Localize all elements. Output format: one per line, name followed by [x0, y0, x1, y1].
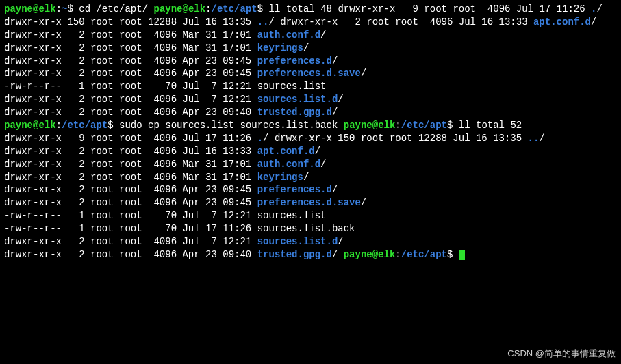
- file-entry: drwxr-xr-x 2 root root 4096 Apr 23 09:45…: [4, 197, 366, 208]
- file-entry: drwxr-xr-x 150 root root 12288 Jul 16 13…: [275, 133, 545, 144]
- prompt-path: ~: [62, 3, 67, 14]
- prompt-path: /etc/apt: [401, 249, 447, 260]
- file-name: sources.list: [257, 210, 327, 221]
- prompt-line: payne@elk:~$ cd /etc/apt/: [4, 3, 148, 14]
- file-entry: drwxr-xr-x 2 root root 4096 Mar 31 17:01…: [4, 172, 309, 183]
- total-line: total 48: [286, 3, 332, 14]
- file-name: preferences.d.save: [257, 197, 361, 208]
- file-entry: -rw-r--r-- 1 root root 70 Jul 7 12:21 so…: [4, 81, 327, 92]
- command-text: ll: [269, 3, 281, 14]
- prompt-user: payne@elk: [153, 3, 205, 14]
- prompt-user: payne@elk: [344, 120, 396, 131]
- file-entry: -rw-r--r-- 1 root root 70 Jul 7 12:21 so…: [4, 210, 327, 221]
- file-entry: -rw-r--r-- 1 root root 70 Jul 17 11:26 s…: [4, 223, 355, 234]
- file-name: trusted.gpg.d: [257, 249, 332, 260]
- file-entry: drwxr-xr-x 2 root root 4096 Jul 16 13:33…: [280, 16, 596, 27]
- file-entry: drwxr-xr-x 2 root root 4096 Mar 31 17:01…: [4, 42, 309, 53]
- file-entry: drwxr-xr-x 2 root root 4096 Apr 23 09:45…: [4, 68, 366, 79]
- file-name: sources.list.d: [257, 236, 338, 247]
- file-name: apt.conf.d: [533, 16, 591, 27]
- file-entry: drwxr-xr-x 2 root root 4096 Mar 31 17:01…: [4, 29, 327, 40]
- file-entry: drwxr-xr-x 9 root root 4096 Jul 17 11:26…: [338, 3, 602, 14]
- file-name: apt.conf.d: [257, 146, 315, 157]
- command-text: ll: [459, 120, 470, 131]
- file-name: .: [591, 3, 596, 14]
- file-name: keyrings: [257, 172, 303, 183]
- cursor: [459, 250, 465, 260]
- file-name: preferences.d.save: [257, 68, 361, 79]
- prompt-line: payne@elk:/etc/apt$ ll: [344, 120, 470, 131]
- file-name: trusted.gpg.d: [257, 107, 332, 118]
- prompt-user: payne@elk: [4, 3, 56, 14]
- file-entry: drwxr-xr-x 2 root root 4096 Jul 16 13:33…: [4, 146, 320, 157]
- file-entry: drwxr-xr-x 2 root root 4096 Mar 31 17:01…: [4, 159, 327, 170]
- file-entry: drwxr-xr-x 2 root root 4096 Apr 23 09:45…: [4, 184, 338, 195]
- file-entry: drwxr-xr-x 150 root root 12288 Jul 16 13…: [4, 16, 275, 27]
- file-entry: drwxr-xr-x 2 root root 4096 Apr 23 09:40…: [4, 249, 338, 260]
- prompt-user: payne@elk: [344, 249, 396, 260]
- file-name: .: [257, 133, 263, 144]
- prompt-user: payne@elk: [4, 120, 56, 131]
- file-name: sources.list: [257, 81, 327, 92]
- terminal-output[interactable]: payne@elk:~$ cd /etc/apt/ payne@elk:/etc…: [4, 3, 617, 261]
- file-name: auth.conf.d: [257, 29, 320, 40]
- file-name: keyrings: [257, 42, 303, 53]
- file-name: preferences.d: [257, 184, 332, 195]
- command-text: sudo cp sources.list sources.list.back: [119, 120, 338, 131]
- file-entry: drwxr-xr-x 9 root root 4096 Jul 17 11:26…: [4, 133, 268, 144]
- file-name: preferences.d: [257, 55, 332, 66]
- watermark: CSDN @简单的事情重复做: [507, 348, 616, 360]
- file-name: auth.conf.d: [257, 159, 320, 170]
- prompt-path: /etc/apt: [212, 3, 257, 14]
- file-entry: drwxr-xr-x 2 root root 4096 Jul 7 12:21 …: [4, 94, 344, 105]
- file-name: sources.list.back: [257, 223, 355, 234]
- prompt-line: payne@elk:/etc/apt$ ll: [153, 3, 280, 14]
- file-name: ..: [257, 16, 269, 27]
- file-entry: drwxr-xr-x 2 root root 4096 Jul 7 12:21 …: [4, 236, 344, 247]
- total-line: total 52: [476, 120, 522, 131]
- file-name: ..: [528, 133, 540, 144]
- file-entry: drwxr-xr-x 2 root root 4096 Apr 23 09:40…: [4, 107, 338, 118]
- prompt-path: /etc/apt: [401, 120, 447, 131]
- command-text: cd /etc/apt/: [79, 3, 148, 14]
- file-name: sources.list.d: [257, 94, 338, 105]
- prompt-path: /etc/apt: [62, 120, 107, 131]
- prompt-line: payne@elk:/etc/apt$ sudo cp sources.list…: [4, 120, 338, 131]
- file-entry: drwxr-xr-x 2 root root 4096 Apr 23 09:45…: [4, 55, 338, 66]
- prompt-line: payne@elk:/etc/apt$: [344, 249, 465, 260]
